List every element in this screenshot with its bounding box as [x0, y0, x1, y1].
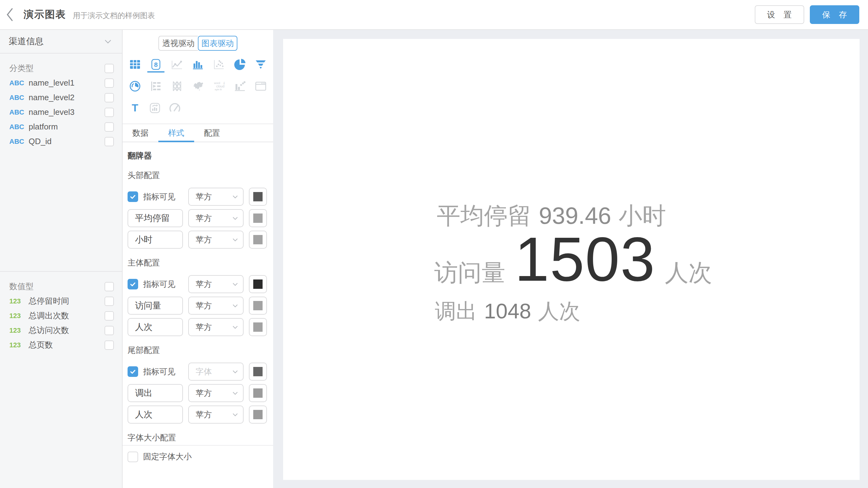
chart-type-radar-chart-icon[interactable] — [129, 80, 141, 94]
body-metric-color-picker[interactable] — [249, 275, 267, 293]
fixed-font-size-label: 固定字体大小 — [143, 451, 192, 462]
footer-prefix-font-select[interactable]: 苹方 — [188, 384, 244, 402]
tab-chart-driven[interactable]: 图表驱动 — [198, 36, 237, 51]
chart-type-text-widget-icon[interactable]: T — [129, 102, 141, 116]
chart-type-iframe-widget-icon[interactable] — [254, 80, 267, 94]
footer-metric-color-picker[interactable] — [249, 363, 267, 380]
header-metric-visible-checkbox[interactable] — [128, 191, 138, 202]
field-row-platform[interactable]: ABC platform — [0, 120, 122, 134]
tab-data[interactable]: 数据 — [123, 124, 158, 142]
body-metric-visible-checkbox[interactable] — [128, 279, 138, 289]
chart-type-metric-card-icon[interactable] — [149, 102, 161, 116]
page-subtitle: 用于演示文档的样例图表 — [73, 10, 155, 21]
mode-tabs: 透视驱动 图表驱动 — [158, 36, 237, 51]
back-button[interactable] — [6, 5, 19, 24]
tab-style[interactable]: 样式 — [158, 124, 194, 142]
chart-type-pie-chart-icon[interactable] — [234, 58, 246, 72]
measure-group-title: 数值型 — [9, 281, 34, 292]
settings-button[interactable]: 设 置 — [755, 5, 804, 24]
chart-type-flip-card-icon[interactable]: 8 — [150, 58, 162, 72]
header-metric-color-picker[interactable] — [249, 188, 267, 206]
header-prefix-color-picker[interactable] — [249, 209, 267, 227]
fixed-font-size-checkbox[interactable] — [128, 452, 138, 462]
header-metric-font-select[interactable]: 苹方 — [188, 188, 244, 206]
chart-type-line-chart-icon[interactable] — [171, 58, 183, 72]
body-metric-font-select[interactable]: 苹方 — [188, 275, 244, 293]
header-suffix-font-select[interactable]: 苹方 — [188, 231, 244, 249]
chart-type-funnel-chart-icon[interactable] — [254, 58, 267, 72]
field-checkbox[interactable] — [104, 93, 114, 102]
footer-metric-font-select[interactable]: 字体 — [188, 363, 244, 380]
tab-pivot-driven[interactable]: 透视驱动 — [158, 36, 198, 51]
chart-type-combo-chart-icon[interactable] — [234, 80, 246, 94]
chevron-down-icon — [232, 413, 238, 417]
chevron-down-icon — [232, 238, 238, 242]
save-button[interactable]: 保 存 — [810, 5, 859, 24]
chart-type-table-icon[interactable] — [129, 58, 141, 72]
header-prefix-font-select[interactable]: 苹方 — [188, 209, 244, 227]
field-row-total-stay-time[interactable]: 123 总停留时间 — [0, 294, 122, 308]
header-suffix-row: 苹方 — [128, 231, 269, 249]
field-row-total-visits[interactable]: 123 总访问次数 — [0, 323, 122, 338]
field-row-name-level1[interactable]: ABC name_level1 — [0, 75, 122, 90]
field-checkbox[interactable] — [104, 297, 114, 306]
body-suffix-font-select[interactable]: 苹方 — [188, 318, 244, 336]
tab-config[interactable]: 配置 — [194, 124, 230, 142]
chevron-down-icon — [232, 326, 238, 329]
chart-type-grid: 8 — [129, 58, 267, 116]
page-title: 演示图表 — [24, 8, 66, 22]
field-row-name-level3[interactable]: ABC name_level3 — [0, 105, 122, 120]
footer-prefix-row: 苹方 — [128, 384, 269, 402]
chevron-down-icon — [232, 370, 238, 373]
chart-type-word-cloud-icon[interactable]: wordcloudagile Bitag — [213, 80, 225, 94]
footer-prefix-input[interactable] — [128, 384, 183, 402]
chart-type-gauge-chart-icon[interactable] — [168, 102, 181, 116]
chart-type-bar-chart-icon[interactable] — [192, 58, 204, 72]
field-row-total-callout[interactable]: 123 总调出次数 — [0, 308, 122, 323]
footer-suffix-input[interactable] — [128, 405, 183, 424]
field-row-name-level2[interactable]: ABC name_level2 — [0, 90, 122, 105]
body-prefix-row: 苹方 — [128, 297, 269, 315]
field-row-qd-id[interactable]: ABC QD_id — [0, 134, 122, 149]
header-suffix-color-picker[interactable] — [249, 231, 267, 249]
chart-type-china-map-icon[interactable] — [192, 80, 204, 94]
measure-group-checkbox[interactable] — [104, 282, 114, 291]
chevron-down-icon — [232, 283, 238, 286]
measure-group-header: 数值型 — [0, 279, 122, 294]
chart-type-gantt-chart-icon[interactable] — [150, 80, 162, 94]
fixed-font-size-row: 固定字体大小 — [128, 451, 269, 462]
svg-text:8: 8 — [154, 61, 158, 68]
field-checkbox[interactable] — [104, 137, 114, 146]
body-config-title: 主体配置 — [128, 257, 269, 268]
footer-suffix-color-picker[interactable] — [249, 405, 267, 424]
body-prefix-input[interactable] — [128, 297, 183, 315]
body-suffix-input[interactable] — [128, 318, 183, 336]
check-icon — [129, 368, 136, 375]
chevron-left-icon — [6, 7, 14, 22]
chart-type-trellis-chart-icon[interactable] — [171, 80, 183, 94]
panel-tabs: 数据 样式 配置 — [123, 124, 273, 142]
chart-type-scatter-chart-icon[interactable] — [213, 58, 225, 72]
header-suffix-input[interactable] — [128, 231, 183, 249]
header-prefix-input[interactable] — [128, 209, 183, 227]
footer-prefix-color-picker[interactable] — [249, 384, 267, 402]
footer-suffix-font-select[interactable]: 苹方 — [188, 405, 244, 424]
dataset-selector[interactable]: 渠道信息 — [0, 30, 122, 54]
measure-group: 数值型 123 总停留时间 123 总调出次数 123 总访问次数 — [0, 272, 122, 352]
field-row-total-pages[interactable]: 123 总页数 — [0, 338, 122, 352]
field-checkbox[interactable] — [104, 108, 114, 117]
config-panel: 透视驱动 图表驱动 8 — [123, 30, 273, 488]
dimension-group-checkbox[interactable] — [104, 64, 114, 73]
field-checkbox[interactable] — [104, 340, 114, 350]
field-checkbox[interactable] — [104, 326, 114, 335]
body-prefix-font-select[interactable]: 苹方 — [188, 297, 244, 315]
body-metric-row: 指标可见 苹方 — [128, 275, 269, 293]
preview-area: 平均停留 939.46 小时 访问量 1503 人次 调出 1048 人次 — [273, 30, 868, 488]
body-suffix-color-picker[interactable] — [249, 318, 267, 336]
string-type-badge: ABC — [9, 138, 26, 146]
field-checkbox[interactable] — [104, 79, 114, 88]
field-checkbox[interactable] — [104, 311, 114, 321]
field-checkbox[interactable] — [104, 122, 114, 132]
footer-metric-visible-checkbox[interactable] — [128, 366, 138, 377]
body-prefix-color-picker[interactable] — [249, 297, 267, 315]
